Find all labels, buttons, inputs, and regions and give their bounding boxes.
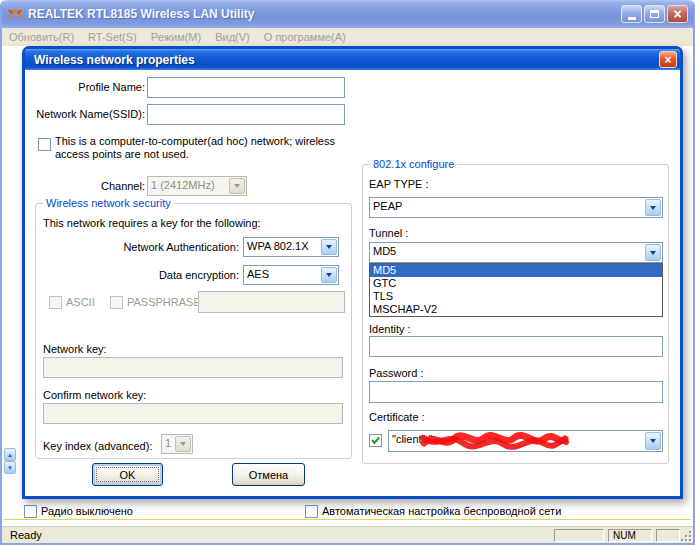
passphrase-label: PASSPHRASE: [127, 296, 201, 309]
cancel-button[interactable]: Отмена: [232, 463, 305, 486]
menu-mode[interactable]: Режим(M): [144, 31, 208, 43]
channel-combobox: 1 (2412MHz): [147, 176, 247, 196]
radio-off-checkbox[interactable]: [24, 505, 37, 518]
resize-grip-icon[interactable]: [680, 530, 692, 542]
certificate-combobox[interactable]: "client" ": [388, 430, 663, 452]
certificate-checkbox[interactable]: [369, 434, 382, 447]
channel-label: Channel:: [45, 180, 145, 193]
realtek-logo-icon: [7, 6, 23, 22]
ssid-label: Network Name(SSID):: [33, 108, 145, 121]
certificate-dropdown-arrow-icon[interactable]: [645, 432, 661, 450]
network-auth-combobox[interactable]: WPA 802.1X: [243, 237, 339, 257]
password-label: Password :: [369, 367, 423, 380]
identity-input[interactable]: [369, 336, 663, 357]
tunnel-option-tls[interactable]: TLS: [370, 290, 662, 303]
tunnel-option-md5[interactable]: MD5: [370, 264, 662, 277]
eap-type-dropdown-arrow-icon[interactable]: [645, 199, 661, 216]
scroll-up-icon: ▲: [7, 452, 13, 458]
network-key-input: [43, 357, 343, 378]
menubar: Обновить(R) RT-Set(S) Режим(M) Вид(V) О …: [2, 28, 693, 46]
network-auth-dropdown-arrow-icon[interactable]: [321, 239, 337, 255]
close-icon: ×: [673, 7, 681, 21]
check-icon: [370, 435, 381, 446]
dialog-title: Wireless network properties: [34, 53, 659, 67]
identity-label: Identity :: [369, 323, 411, 336]
status-pane-num: NUM: [608, 529, 652, 542]
network-key-label: Network key:: [43, 343, 107, 356]
radio-off-label: Радио выключено: [41, 505, 133, 518]
tunnel-dropdown-arrow-icon[interactable]: [645, 244, 661, 261]
security-group-title: Wireless network security: [43, 197, 174, 209]
profile-name-input[interactable]: [147, 77, 345, 98]
dot1x-group-title: 802.1x configure: [370, 158, 457, 170]
scroll-down-icon: ▼: [7, 465, 13, 471]
scroll-up-button[interactable]: ▲: [4, 448, 16, 461]
eap-type-combobox[interactable]: PEAP: [369, 197, 663, 218]
ascii-checkbox: [49, 296, 62, 309]
data-encryption-dropdown-arrow-icon[interactable]: [321, 267, 337, 283]
dialog-titlebar: Wireless network properties ×: [25, 49, 680, 70]
data-encryption-combobox[interactable]: AES: [243, 265, 339, 285]
cancel-button-label: Отмена: [249, 469, 288, 481]
confirm-key-label: Confirm network key:: [43, 389, 146, 402]
tunnel-option-gtc[interactable]: GTC: [370, 277, 662, 290]
security-groupbox: Wireless network security This network r…: [35, 203, 352, 459]
network-auth-label: Network Authentication:: [36, 241, 239, 254]
status-pane-blank1: [554, 529, 604, 542]
eap-type-value: PEAP: [370, 198, 644, 217]
status-ready-text: Ready: [10, 529, 42, 541]
certificate-value: "client" ": [389, 431, 644, 451]
network-auth-value: WPA 802.1X: [244, 238, 320, 256]
dialog-close-button[interactable]: ×: [659, 51, 677, 68]
main-window-title: REALTEK RTL8185 Wireless LAN Utility: [28, 7, 621, 21]
key-index-value: 1: [162, 435, 174, 453]
security-intro-text: This network requires a key for the foll…: [43, 217, 261, 230]
dialog-body: Profile Name: Network Name(SSID): This i…: [25, 70, 680, 496]
scroll-down-button[interactable]: ▼: [4, 461, 16, 474]
groupbox-edge-line: [4, 519, 691, 520]
data-encryption-label: Data encryption:: [36, 269, 239, 282]
auto-config-checkbox[interactable]: [305, 505, 318, 518]
profile-name-label: Profile Name:: [43, 81, 145, 94]
close-button[interactable]: ×: [667, 5, 688, 23]
adhoc-label-line1: This is a computer-to-computer(ad hoc) n…: [55, 135, 335, 148]
minimize-button[interactable]: [621, 5, 642, 23]
tunnel-option-mschapv2[interactable]: MSCHAP-V2: [370, 303, 662, 316]
maximize-button[interactable]: [644, 5, 665, 23]
key-index-combobox: 1: [161, 434, 193, 454]
ok-button[interactable]: OK: [92, 463, 163, 486]
minimize-icon: [628, 17, 636, 20]
key-index-dropdown-arrow-icon: [175, 436, 191, 452]
main-titlebar: REALTEK RTL8185 Wireless LAN Utility ×: [2, 0, 693, 28]
auto-config-label: Автоматическая настройка беспроводной се…: [322, 505, 561, 518]
channel-value: 1 (2412MHz): [148, 177, 228, 195]
menu-rtset[interactable]: RT-Set(S): [81, 31, 144, 43]
channel-dropdown-arrow-icon: [229, 178, 245, 194]
adhoc-checkbox[interactable]: [38, 138, 51, 151]
caption-buttons: ×: [621, 5, 688, 23]
status-pane-blank2: [656, 529, 680, 542]
statusbar: Ready NUM: [2, 526, 693, 543]
tunnel-combobox[interactable]: MD5: [369, 242, 663, 263]
tunnel-value: MD5: [370, 243, 644, 262]
menu-refresh[interactable]: Обновить(R): [2, 31, 81, 43]
password-input[interactable]: [369, 381, 663, 403]
ssid-input[interactable]: [147, 104, 345, 125]
dot1x-groupbox: 802.1x configure EAP TYPE : PEAP Tunnel …: [362, 164, 669, 464]
ascii-label: ASCII: [66, 296, 95, 309]
confirm-key-input: [43, 403, 343, 424]
realtek-utility-window: REALTEK RTL8185 Wireless LAN Utility × О…: [0, 0, 695, 545]
adhoc-label-line2: access points are not used.: [55, 148, 189, 161]
key-index-label: Key index (advanced):: [43, 440, 152, 453]
maximize-icon: [650, 10, 659, 18]
focus-rect: [96, 467, 159, 482]
passphrase-checkbox: [110, 296, 123, 309]
passphrase-input: [198, 291, 345, 313]
menu-view[interactable]: Вид(V): [208, 31, 257, 43]
menu-about[interactable]: О программе(A): [257, 31, 353, 43]
dialog-close-icon: ×: [664, 53, 671, 67]
eap-type-label: EAP TYPE :: [369, 178, 429, 191]
certificate-label: Certificate :: [369, 411, 425, 424]
data-encryption-value: AES: [244, 266, 320, 284]
tunnel-label: Tunnel :: [369, 227, 408, 240]
